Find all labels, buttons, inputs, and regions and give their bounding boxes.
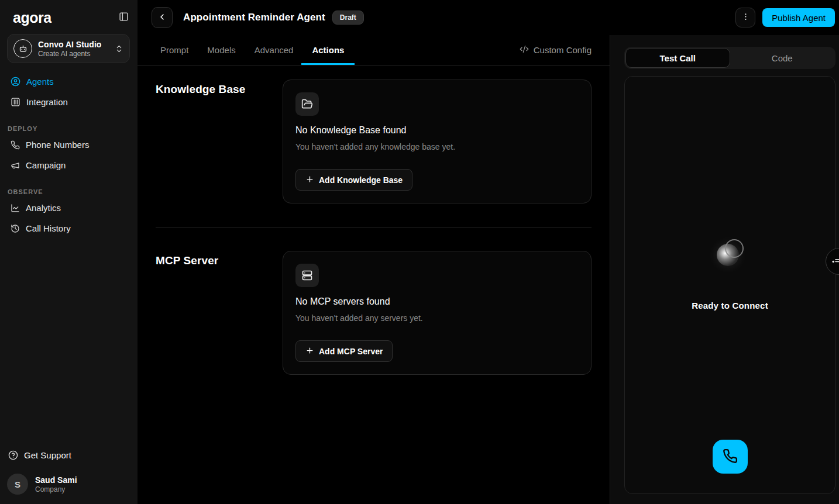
agora-logo: agora [13, 11, 51, 25]
workspace-name: Convo AI Studio [38, 40, 109, 49]
sidebar-item-agents[interactable]: Agents [7, 71, 130, 92]
mcp-server-empty-title: No MCP servers found [295, 296, 579, 307]
sidebar-item-label: Phone Numbers [26, 140, 89, 150]
integration-icon [11, 97, 20, 107]
sidebar-item-label: Campaign [26, 160, 66, 170]
panel-left-icon [119, 12, 129, 23]
user-info: Saud Sami Company [35, 475, 77, 493]
get-support-label: Get Support [24, 450, 71, 460]
agent-config-column: Prompt Models Advanced Actions Custom Co… [137, 35, 610, 504]
test-panel: Test Call Code Ready to Connect [610, 35, 839, 504]
sidebar-item-integration[interactable]: Integration [7, 92, 130, 112]
knowledge-base-empty-card: No Knowledge Base found You haven't adde… [283, 80, 592, 203]
sidebar-header: agora [7, 7, 130, 27]
connection-status-text: Ready to Connect [625, 301, 835, 310]
user-profile[interactable]: S Saud Sami Company [7, 469, 130, 496]
mcp-server-section: MCP Server No MCP servers found You have… [156, 251, 592, 375]
page-title: Appointment Reminder Agent [183, 12, 325, 23]
avatar: S [7, 474, 28, 495]
config-tabs-row: Prompt Models Advanced Actions Custom Co… [137, 35, 610, 65]
header-actions: Publish Agent [735, 8, 835, 27]
section-label: DEPLOY [7, 125, 130, 134]
robot-icon [13, 39, 32, 58]
history-icon [11, 224, 20, 233]
analytics-icon [11, 203, 20, 213]
sidebar-item-call-history[interactable]: Call History [7, 218, 130, 239]
main-area: Appointment Reminder Agent Draft Publish… [137, 0, 839, 504]
test-panel-tabs: Test Call Code [624, 47, 835, 69]
add-mcp-server-button[interactable]: Add MCP Server [295, 340, 393, 362]
sidebar-item-label: Analytics [26, 203, 61, 213]
workspace-switcher[interactable]: Convo AI Studio Create AI agents [7, 34, 130, 63]
knowledge-base-section: Knowledge Base No Knowledge Base found Y… [156, 80, 592, 203]
actions-tab-content: Knowledge Base No Knowledge Base found Y… [137, 65, 610, 504]
tab-advanced[interactable]: Advanced [255, 35, 294, 65]
server-icon [295, 264, 319, 287]
back-button[interactable] [152, 7, 173, 28]
sidebar-section-deploy: DEPLOY Phone Numbers Campaign [7, 125, 130, 175]
plus-icon [305, 175, 314, 185]
mcp-server-empty-subtitle: You haven't added any servers yet. [295, 313, 579, 323]
mcp-server-empty-card: No MCP servers found You haven't added a… [283, 251, 592, 375]
sidebar-item-label: Integration [26, 97, 68, 107]
app-root: agora Convo AI Studio Create AI agents [0, 0, 839, 504]
tab-prompt[interactable]: Prompt [160, 35, 188, 65]
mcp-server-title: MCP Server [156, 251, 283, 267]
sidebar-section-observe: OBSERVE Analytics Call History [7, 188, 130, 239]
knowledge-base-empty-subtitle: You haven't added any knowledge base yet… [295, 142, 579, 151]
sidebar: agora Convo AI Studio Create AI agents [0, 0, 137, 504]
more-options-button[interactable] [735, 8, 755, 27]
config-tabs: Prompt Models Advanced Actions [160, 35, 344, 65]
megaphone-icon [11, 161, 20, 170]
user-org: Company [35, 485, 77, 493]
add-knowledge-base-button[interactable]: Add Knowledge Base [295, 169, 412, 191]
workspace-info: Convo AI Studio Create AI agents [38, 40, 109, 58]
chevrons-up-down-icon [115, 44, 123, 53]
sidebar-item-label: Agents [26, 77, 54, 87]
workspace-subtitle: Create AI agents [38, 50, 109, 58]
get-support-button[interactable]: Get Support [7, 445, 130, 465]
sidebar-item-analytics[interactable]: Analytics [7, 198, 130, 218]
section-divider [156, 227, 592, 227]
help-circle-icon [8, 450, 18, 460]
tab-models[interactable]: Models [207, 35, 235, 65]
add-mcp-server-label: Add MCP Server [319, 347, 383, 356]
tab-test-call[interactable]: Test Call [625, 48, 730, 68]
voice-orb-icon [717, 239, 744, 266]
body-row: Prompt Models Advanced Actions Custom Co… [137, 35, 839, 504]
custom-config-label: Custom Config [534, 45, 592, 55]
knowledge-base-title: Knowledge Base [156, 80, 283, 96]
sidebar-item-phone-numbers[interactable]: Phone Numbers [7, 134, 130, 155]
publish-agent-button[interactable]: Publish Agent [762, 8, 835, 27]
feedback-form-icon [830, 256, 839, 268]
section-label: OBSERVE [7, 188, 130, 198]
plus-icon [305, 346, 314, 357]
code-xml-icon [520, 44, 529, 56]
add-knowledge-base-label: Add Knowledge Base [319, 175, 403, 185]
sidebar-item-label: Call History [26, 223, 71, 233]
sidebar-collapse-button[interactable] [119, 12, 129, 23]
chevron-left-icon [157, 12, 167, 23]
agent-icon [11, 77, 20, 87]
test-call-card: Ready to Connect [624, 76, 835, 494]
phone-call-icon [723, 448, 738, 465]
sidebar-footer: Get Support S Saud Sami Company [7, 445, 130, 496]
tab-actions[interactable]: Actions [312, 35, 344, 65]
folder-open-icon [295, 92, 319, 116]
custom-config-button[interactable]: Custom Config [520, 44, 592, 56]
sidebar-nav: Agents Integration [7, 71, 130, 112]
orb-ring [725, 239, 744, 258]
user-name: Saud Sami [35, 475, 77, 485]
phone-icon [11, 140, 20, 150]
status-badge: Draft [332, 11, 364, 25]
kebab-menu-icon [741, 12, 750, 23]
sidebar-item-campaign[interactable]: Campaign [7, 155, 130, 175]
start-call-button[interactable] [713, 440, 748, 474]
tab-code[interactable]: Code [730, 48, 835, 68]
page-header: Appointment Reminder Agent Draft Publish… [137, 0, 839, 35]
knowledge-base-empty-title: No Knowledge Base found [295, 125, 579, 136]
